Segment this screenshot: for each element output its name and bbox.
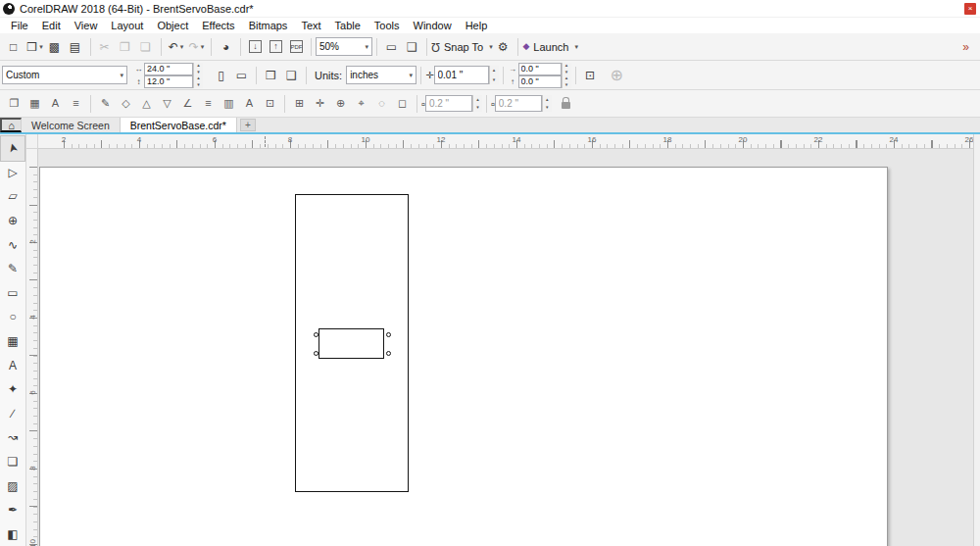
guide-offset-value-1[interactable] <box>429 98 468 109</box>
spinner-down[interactable]: ▾ <box>194 81 203 88</box>
edit-anchor-icon[interactable]: ✎ <box>95 93 116 114</box>
copy-button[interactable]: ❐ <box>116 36 136 57</box>
open-button[interactable]: ❒▾ <box>24 36 45 57</box>
all-pages-size-button[interactable]: ❒ <box>261 65 281 85</box>
polygon-tool[interactable]: ✦ <box>1 377 24 402</box>
spinner-up[interactable]: ▴ <box>473 95 482 104</box>
search-content-button[interactable]: ◕ <box>216 36 236 57</box>
menu-window[interactable]: Window <box>407 19 459 32</box>
print-button[interactable]: ▤ <box>66 36 86 57</box>
snap-to-guidelines-icon[interactable]: ✛ <box>310 93 330 114</box>
menu-file[interactable]: File <box>4 19 35 32</box>
dimension-tool[interactable]: ∕ <box>1 402 24 426</box>
menu-table[interactable]: Table <box>328 19 368 32</box>
welcome-home-button[interactable]: ⌂ <box>0 118 22 132</box>
nudge-distance-field[interactable] <box>434 66 489 84</box>
flip-icon[interactable]: ▽ <box>157 93 177 114</box>
menu-layout[interactable]: Layout <box>104 19 150 32</box>
nudge-distance-value[interactable] <box>438 70 485 80</box>
zoom-tool[interactable]: ⊕ <box>1 209 24 233</box>
current-page-size-button[interactable]: ❑ <box>281 65 302 85</box>
circle-object-bottom-right[interactable] <box>386 351 391 356</box>
duplicate-x-value[interactable] <box>521 64 559 74</box>
new-document-button[interactable]: □ <box>4 36 24 57</box>
circle-object-bottom-left[interactable] <box>314 351 318 356</box>
horizontal-ruler[interactable]: 2468101214161820222426 <box>26 134 973 149</box>
freehand-tool[interactable]: ∿ <box>1 232 24 257</box>
crop-tool[interactable]: ▱ <box>1 184 24 209</box>
snap-to-page-icon[interactable]: ⌖ <box>351 93 371 114</box>
show-page-border-button[interactable]: ❑ <box>402 36 422 57</box>
rect-object-small[interactable] <box>318 328 384 359</box>
chevron-down-icon[interactable]: ▾ <box>120 72 123 79</box>
color-palette-strip[interactable] <box>973 134 980 546</box>
drop-shadow-tool[interactable]: ❏ <box>1 450 24 474</box>
table-tool[interactable]: ▦ <box>1 329 24 354</box>
spell-check-icon[interactable]: A <box>239 93 260 114</box>
vertical-ruler[interactable]: 246810 <box>26 149 38 546</box>
paste-button[interactable]: ❏ <box>136 36 157 57</box>
cut-button[interactable]: ✂ <box>95 36 116 57</box>
menu-tools[interactable]: Tools <box>368 19 407 32</box>
ruler-origin-corner[interactable] <box>26 134 38 149</box>
chevron-down-icon[interactable]: ▾ <box>410 72 414 79</box>
options-button[interactable]: ⚙ <box>493 36 514 57</box>
redo-button[interactable]: ↷▾ <box>186 36 207 57</box>
publish-pdf-button[interactable]: PDF <box>286 36 307 57</box>
snap-to-objects-icon[interactable]: ⊕ <box>330 93 351 114</box>
document-page[interactable] <box>39 167 888 546</box>
snap-to-pixels-icon[interactable]: ◌ <box>371 93 392 114</box>
ellipse-tool[interactable]: ○ <box>1 305 24 329</box>
align-objects-icon[interactable]: ≡ <box>198 93 219 114</box>
table-grid-icon[interactable]: ▦ <box>24 93 45 114</box>
menu-edit[interactable]: Edit <box>35 19 68 32</box>
full-screen-preview-button[interactable]: ▭ <box>381 36 402 57</box>
menu-bitmaps[interactable]: Bitmaps <box>242 19 295 32</box>
text-frame-icon[interactable]: A <box>45 93 66 114</box>
treat-as-filled-button[interactable]: ⊡ <box>580 65 601 85</box>
guide-offset-field-1[interactable] <box>425 95 472 112</box>
close-window-button[interactable]: × <box>964 3 976 15</box>
drawing-canvas[interactable] <box>38 149 973 546</box>
bullet-list-icon[interactable]: ≡ <box>66 93 86 114</box>
zoom-level-select[interactable]: ▾ <box>316 37 372 56</box>
rotate-angle-icon[interactable]: ∠ <box>177 93 198 114</box>
wireframe-view-icon[interactable]: ❐ <box>4 93 24 114</box>
interactive-fill-tool[interactable]: ◧ <box>1 522 24 546</box>
zoom-level-value[interactable] <box>319 41 363 52</box>
portrait-button[interactable]: ▯ <box>211 65 231 85</box>
eyedropper-tool[interactable]: ✒ <box>1 498 24 522</box>
spinner-up[interactable]: ▴ <box>490 66 499 75</box>
menu-effects[interactable]: Effects <box>195 19 241 32</box>
transparency-tool[interactable]: ▨ <box>1 473 24 498</box>
export-button[interactable]: ↑ <box>266 36 286 57</box>
tab-brentservobase[interactable]: BrentServoBase.cdr* <box>120 118 237 132</box>
lock-ratio-icon[interactable] <box>562 102 570 109</box>
duplicate-y-value[interactable] <box>521 76 559 86</box>
spinner-down[interactable]: ▾ <box>473 104 482 113</box>
tab-welcome-screen[interactable]: Welcome Screen <box>22 118 120 132</box>
units-value[interactable] <box>350 70 407 80</box>
launch-button[interactable]: ◆ Launch ▾ <box>522 36 579 57</box>
rectangle-tool[interactable]: ▭ <box>1 281 24 306</box>
new-tab-button[interactable]: + <box>240 119 256 131</box>
guide-offset-field-2[interactable] <box>495 95 542 112</box>
shape-tool[interactable]: ▷ <box>1 161 24 185</box>
snap-to-grid-icon[interactable]: ⊞ <box>289 93 310 114</box>
spinner-down[interactable]: ▾ <box>563 81 571 88</box>
menu-view[interactable]: View <box>68 19 105 32</box>
text-tool[interactable]: A <box>1 353 24 377</box>
page-width-value[interactable] <box>147 64 190 74</box>
spinner-up[interactable]: ▴ <box>543 95 552 104</box>
page-height-field[interactable] <box>144 75 193 88</box>
connector-tool[interactable]: ↝ <box>1 425 24 450</box>
snap-to-button[interactable]: Ω Snap To ▾ <box>431 36 493 57</box>
chevron-down-icon[interactable]: ▾ <box>365 43 368 51</box>
circle-object-top-left[interactable] <box>314 332 318 337</box>
circle-object-top-right[interactable] <box>386 332 391 337</box>
units-select[interactable]: ▾ <box>346 66 416 84</box>
spinner-down[interactable]: ▾ <box>490 75 499 85</box>
page-size-preset-value[interactable] <box>6 70 118 80</box>
distribute-icon[interactable]: ▥ <box>219 93 239 114</box>
menu-text[interactable]: Text <box>294 19 327 32</box>
